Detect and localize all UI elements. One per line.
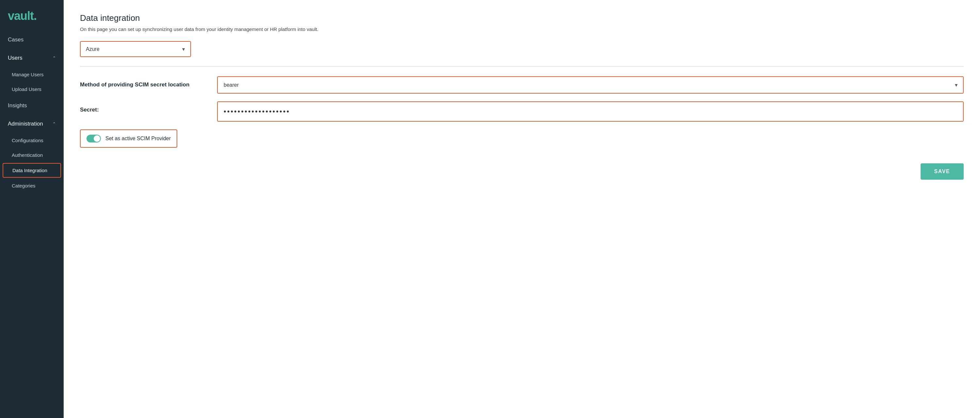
sidebar-item-categories[interactable]: Categories	[0, 178, 64, 193]
sidebar-item-cases[interactable]: Cases	[0, 31, 64, 49]
provider-select-wrapper: Azure Okta Google Custom ▼	[80, 41, 191, 57]
sidebar-item-data-integration[interactable]: Data Integration	[3, 163, 61, 178]
scim-section: Method of providing SCIM secret location…	[80, 76, 964, 180]
main-content: Data integration On this page you can se…	[64, 0, 980, 418]
scim-method-select[interactable]: bearer header query	[218, 77, 963, 93]
sidebar: vault. Cases Users ⌃ Manage Users Upload…	[0, 0, 64, 418]
sidebar-item-configurations[interactable]: Configurations	[0, 133, 64, 148]
sidebar-item-users-label: Users	[8, 55, 22, 61]
section-divider	[80, 66, 964, 66]
sidebar-item-cases-label: Cases	[8, 36, 24, 43]
active-scim-toggle[interactable]	[86, 135, 101, 142]
chevron-up-icon: ⌃	[52, 56, 56, 60]
page-subtitle: On this page you can set up synchronizin…	[80, 27, 964, 32]
save-button[interactable]: SAVE	[921, 163, 964, 180]
sidebar-item-administration[interactable]: Administration ⌃	[0, 115, 64, 133]
sidebar-item-manage-users[interactable]: Manage Users	[0, 67, 64, 82]
provider-select[interactable]: Azure Okta Google Custom	[81, 42, 190, 56]
scim-method-row: Method of providing SCIM secret location…	[80, 76, 964, 93]
active-scim-toggle-label: Set as active SCIM Provider	[105, 136, 171, 141]
scim-secret-row: Secret:	[80, 101, 964, 122]
sidebar-item-administration-label: Administration	[8, 120, 43, 127]
app-logo: vault.	[0, 0, 64, 31]
scim-secret-label: Secret:	[80, 101, 204, 113]
scim-secret-input-wrapper	[217, 101, 964, 122]
toggle-knob	[94, 135, 100, 142]
sidebar-item-insights-label: Insights	[8, 102, 27, 109]
scim-method-label: Method of providing SCIM secret location	[80, 76, 204, 88]
chevron-up-icon-admin: ⌃	[52, 122, 56, 126]
sidebar-item-users[interactable]: Users ⌃	[0, 49, 64, 67]
scim-secret-input[interactable]	[218, 102, 963, 121]
sidebar-item-authentication[interactable]: Authentication	[0, 148, 64, 162]
active-scim-toggle-row[interactable]: Set as active SCIM Provider	[80, 130, 177, 148]
scim-method-select-wrapper: bearer header query ▼	[217, 76, 964, 93]
save-button-wrapper: SAVE	[80, 163, 964, 180]
page-title: Data integration	[80, 13, 964, 23]
sidebar-item-upload-users[interactable]: Upload Users	[0, 82, 64, 97]
sidebar-item-insights[interactable]: Insights	[0, 97, 64, 115]
